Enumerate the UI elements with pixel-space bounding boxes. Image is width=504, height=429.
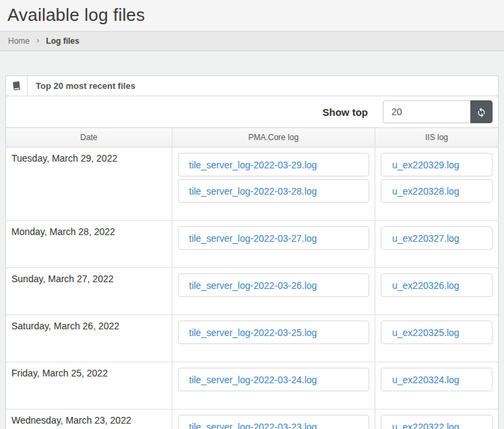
table-row: Friday, March 25, 2022 tile_server_log-2… xyxy=(6,362,498,409)
table-row: Saturday, March 26, 2022 tile_server_log… xyxy=(6,315,498,362)
show-top-input[interactable] xyxy=(383,100,470,123)
log-file-link[interactable]: u_ex220326.log xyxy=(392,280,460,291)
date-cell: Saturday, March 26, 2022 xyxy=(6,315,172,362)
column-header-date: Date xyxy=(6,128,172,147)
breadcrumb-home-link[interactable]: Home xyxy=(8,37,30,45)
log-file-box: tile_server_log-2022-03-24.log xyxy=(178,368,369,391)
table-row: Tuesday, March 29, 2022 tile_server_log-… xyxy=(6,147,498,221)
log-file-box: u_ex220328.log xyxy=(381,179,493,203)
log-file-box: u_ex220326.log xyxy=(381,273,493,297)
log-file-link[interactable]: tile_server_log-2022-03-27.log xyxy=(189,233,317,244)
refresh-button[interactable] xyxy=(470,100,493,123)
log-file-link[interactable]: u_ex220328.log xyxy=(392,186,460,197)
log-file-box: tile_server_log-2022-03-29.log xyxy=(178,153,369,176)
log-table-body: Tuesday, March 29, 2022 tile_server_log-… xyxy=(6,147,498,429)
log-file-link[interactable]: tile_server_log-2022-03-29.log xyxy=(189,160,317,170)
log-file-box: tile_server_log-2022-03-25.log xyxy=(178,321,369,344)
chevron-right-icon: › xyxy=(36,36,39,44)
iis-log-cell: u_ex220322.log xyxy=(375,409,498,429)
content-area: Top 20 most recent files Show top xyxy=(0,51,504,429)
panel-heading-title: Top 20 most recent files xyxy=(28,76,135,96)
page-header: Available log files xyxy=(0,0,504,31)
iis-log-cell: u_ex220324.log xyxy=(375,362,498,409)
log-file-box: u_ex220325.log xyxy=(381,321,493,344)
log-file-link[interactable]: tile_server_log-2022-03-25.log xyxy=(189,327,317,338)
pma-core-log-cell: tile_server_log-2022-03-25.log xyxy=(172,315,375,362)
show-top-input-group xyxy=(383,100,493,123)
date-cell: Wednesday, March 23, 2022 xyxy=(6,409,172,429)
pma-core-log-cell: tile_server_log-2022-03-29.logtile_serve… xyxy=(172,147,375,221)
table-row: Sunday, March 27, 2022 tile_server_log-2… xyxy=(6,268,498,315)
log-file-link[interactable]: tile_server_log-2022-03-24.log xyxy=(189,374,317,385)
book-icon xyxy=(6,76,28,96)
date-cell: Tuesday, March 29, 2022 xyxy=(6,147,172,221)
log-file-box: tile_server_log-2022-03-23.log xyxy=(178,415,369,429)
log-file-box: tile_server_log-2022-03-26.log xyxy=(178,273,369,297)
log-file-link[interactable]: u_ex220322.log xyxy=(392,422,460,429)
pma-core-log-cell: tile_server_log-2022-03-27.log xyxy=(172,221,375,268)
log-file-link[interactable]: u_ex220324.log xyxy=(392,374,460,385)
show-top-label: Show top xyxy=(323,106,369,118)
log-file-box: tile_server_log-2022-03-27.log xyxy=(178,226,369,250)
table-row: Wednesday, March 23, 2022 tile_server_lo… xyxy=(6,409,498,429)
table-row: Monday, March 28, 2022 tile_server_log-2… xyxy=(6,221,498,268)
log-file-link[interactable]: tile_server_log-2022-03-23.log xyxy=(189,422,317,429)
column-header-pma-core-log: PMA.Core log xyxy=(172,128,375,147)
log-file-link[interactable]: tile_server_log-2022-03-28.log xyxy=(189,186,317,197)
date-cell: Friday, March 25, 2022 xyxy=(6,362,172,409)
log-file-box: tile_server_log-2022-03-28.log xyxy=(178,179,369,203)
log-file-box: u_ex220324.log xyxy=(381,368,493,391)
refresh-icon xyxy=(476,107,486,117)
log-file-link[interactable]: u_ex220329.log xyxy=(392,160,460,170)
pma-core-log-cell: tile_server_log-2022-03-24.log xyxy=(172,362,375,409)
iis-log-cell: u_ex220326.log xyxy=(375,268,498,315)
iis-log-cell: u_ex220329.logu_ex220328.log xyxy=(375,147,498,221)
log-file-link[interactable]: u_ex220325.log xyxy=(392,327,460,338)
breadcrumb-current: Log files xyxy=(46,37,79,45)
log-file-link[interactable]: u_ex220327.log xyxy=(392,233,460,244)
log-file-box: u_ex220322.log xyxy=(381,415,493,429)
log-file-box: u_ex220329.log xyxy=(381,153,493,176)
panel-heading: Top 20 most recent files xyxy=(6,76,498,96)
iis-log-cell: u_ex220325.log xyxy=(375,315,498,362)
log-files-table: Date PMA.Core log IIS log Tuesday, March… xyxy=(6,127,498,429)
date-cell: Monday, March 28, 2022 xyxy=(6,221,172,268)
pma-core-log-cell: tile_server_log-2022-03-23.log xyxy=(172,409,375,429)
iis-log-cell: u_ex220327.log xyxy=(375,221,498,268)
date-cell: Sunday, March 27, 2022 xyxy=(6,268,172,315)
show-top-row: Show top xyxy=(6,96,498,127)
pma-core-log-cell: tile_server_log-2022-03-26.log xyxy=(172,268,375,315)
page-title: Available log files xyxy=(7,6,496,24)
log-file-link[interactable]: tile_server_log-2022-03-26.log xyxy=(189,280,317,291)
table-header-row: Date PMA.Core log IIS log xyxy=(6,128,498,147)
log-file-box: u_ex220327.log xyxy=(381,226,493,250)
column-header-iis-log: IIS log xyxy=(375,128,498,147)
log-files-panel: Top 20 most recent files Show top xyxy=(5,75,499,429)
breadcrumb: Home › Log files xyxy=(0,31,504,51)
